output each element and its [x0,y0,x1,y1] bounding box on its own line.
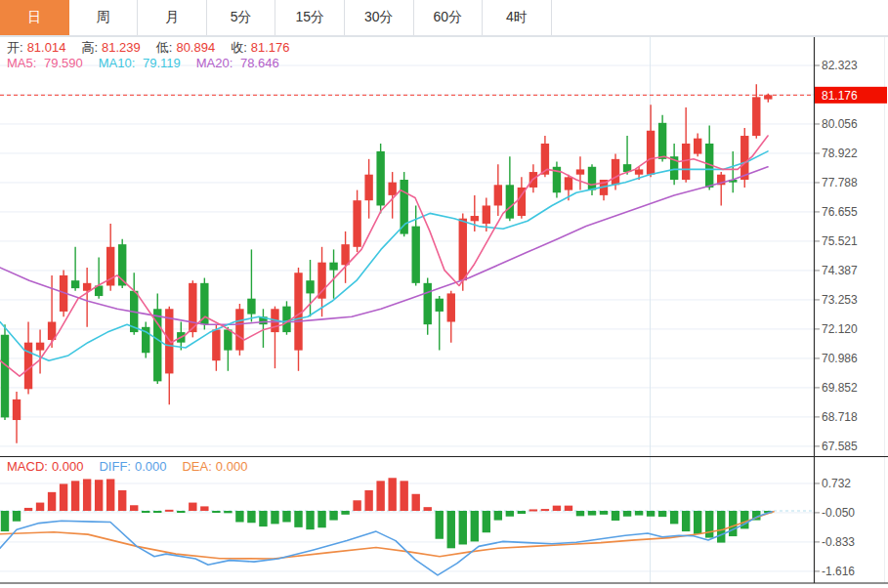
price-tick-label: 80.056 [822,117,858,131]
price-axis-labels: 82.32380.05678.92277.78876.65575.52174.3… [815,59,858,453]
macd-bar [729,511,737,536]
macd-bar [612,511,619,521]
candle-body [412,227,420,283]
tab-month[interactable]: 月 [138,0,207,35]
macd-bar [436,511,444,539]
macd-bar [306,511,314,529]
candle-body [694,139,701,154]
macd-bar [459,511,467,544]
macd-bar [694,511,701,534]
candle-body [71,280,79,288]
macd-bar [412,494,420,511]
price-tick-label: 75.521 [822,234,858,248]
macd-bar [247,511,255,523]
candlestick-chart[interactable]: 82.32380.05678.92277.78876.65575.52174.3… [0,36,888,456]
price-tick-label: 72.120 [822,322,858,336]
macd-bar [717,511,725,543]
macd-bar [118,490,126,511]
macd-bar [189,503,196,511]
tab-day[interactable]: 日 [0,0,69,35]
candle-body [647,131,655,175]
tab-4hour[interactable]: 4时 [483,0,552,35]
macd-tick-label: -0.833 [822,535,855,549]
tab-5min[interactable]: 5分 [207,0,276,35]
macd-bar [658,511,666,517]
candle-body [24,343,32,390]
macd-bar [670,511,678,524]
macd-bar [553,506,561,511]
candle-body [471,216,479,221]
macd-bar [447,511,455,548]
candle-body [436,299,444,312]
candle-body [483,205,490,224]
macd-bar [576,511,584,516]
candle-body [13,399,21,420]
macd-axis-labels: 0.732-0.050-0.833-1.616 [815,477,855,578]
main-gridlines [0,36,885,456]
candle-body [306,280,314,293]
macd-bar [95,480,103,511]
macd-bar [400,481,407,511]
candle-body [612,159,619,185]
macd-bar [424,507,432,511]
candle-body [235,309,243,350]
candle-body [459,219,467,280]
macd-bar [224,511,232,513]
macd-bar [212,511,220,513]
macd-bar [341,511,349,515]
macd-bar [588,511,596,516]
candle-body [506,185,514,218]
macd-bar [165,510,173,512]
tab-30min[interactable]: 30分 [345,0,414,35]
macd-bar [271,511,278,524]
macd-bar [317,511,325,527]
candle-body [212,329,220,360]
price-tick-label: 77.788 [822,176,858,189]
candle-body [424,283,432,324]
candle-body [388,183,396,195]
macd-bar [259,511,267,526]
macd-bar [635,511,643,516]
macd-tick-label: 0.732 [822,477,851,490]
macd-bar [282,511,290,522]
tab-60min[interactable]: 60分 [414,0,484,35]
candle-body [247,299,255,315]
price-tick-label: 78.922 [822,147,858,160]
macd-bar [705,511,713,538]
macd-bar [177,511,185,513]
macd-bar [130,505,138,511]
macd-bar [518,511,526,514]
macd-bar [60,483,67,511]
candle-body [224,329,232,350]
macd-bar [623,511,631,517]
candle-body [494,185,502,205]
trading-chart-window: 日周月5分15分30分60分4时 开:81.014高:81.239低:80.89… [0,0,888,588]
price-tick-label: 69.852 [822,381,858,395]
macd-bar [541,509,549,511]
macd-bar [294,511,302,527]
candle-body [740,136,748,180]
tab-week[interactable]: 周 [69,0,139,35]
candle-body [588,167,596,190]
macd-bar [388,478,396,511]
macd-panel[interactable]: 0.732-0.050-0.833-1.616 [0,456,888,586]
macd-bar [1,511,9,531]
macd-bar [600,511,608,515]
price-tick-label: 70.986 [822,352,858,365]
candle-body [752,97,760,136]
tab-15min[interactable]: 15分 [275,0,345,35]
diff-line [0,512,772,575]
price-tick-label: 67.585 [822,440,858,453]
candle-body [329,263,337,271]
macd-bar [200,506,208,511]
macd-bar [376,481,384,511]
candle-body [1,335,9,418]
macd-bar [235,511,243,522]
candle-body [565,177,572,189]
candle-body [341,244,349,265]
last-price-value: 81.176 [822,89,858,103]
macd-bar [565,506,572,511]
macd-bar [13,511,21,522]
macd-bar [483,511,490,532]
candle-body [635,169,643,174]
